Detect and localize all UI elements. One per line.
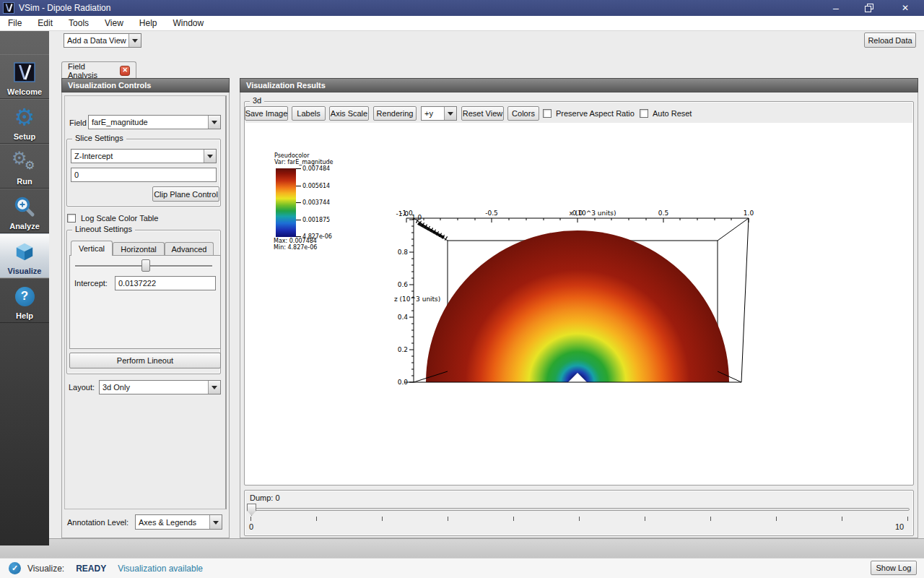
tab-label: Field Analysis xyxy=(68,62,115,79)
vsim-logo-icon xyxy=(3,2,14,14)
sidebar-label-help: Help xyxy=(16,311,33,320)
field-value: farE_magnitude xyxy=(89,116,208,129)
magnifier-icon xyxy=(14,193,35,220)
status-module: Visualize: xyxy=(27,564,64,574)
annotation-level-label: Annotation Level: xyxy=(67,518,128,527)
lineout-settings-legend: Lineout Settings xyxy=(72,225,135,233)
x-tick-label: -0.5 xyxy=(485,210,498,217)
window-title: VSim - Dipole Radiation xyxy=(19,3,110,13)
results-panel-header: Visualization Results xyxy=(240,78,918,92)
close-icon: ✕ xyxy=(902,3,909,13)
sidebar-item-help[interactable]: ? Help xyxy=(0,278,49,323)
perform-lineout-button[interactable]: Perform Lineout xyxy=(69,353,221,368)
sidebar: Welcome ⚙ Setup ⚙ ⚙ Run Analyze Visualiz… xyxy=(0,31,49,545)
tab-close-icon[interactable]: ✕ xyxy=(120,66,130,76)
chevron-down-icon xyxy=(208,116,220,129)
x-tick-label: 0.5 xyxy=(658,210,668,217)
view-direction-combo[interactable]: +y xyxy=(421,106,457,121)
tab-vertical[interactable]: Vertical xyxy=(71,241,113,256)
menu-file[interactable]: File xyxy=(0,16,30,31)
colors-button[interactable]: Colors xyxy=(507,106,539,121)
status-message: Visualization available xyxy=(118,564,203,574)
add-data-view-combo[interactable]: Add a Data View xyxy=(64,33,141,48)
field-combo[interactable]: farE_magnitude xyxy=(88,115,221,129)
dump-max-label: 10 xyxy=(895,522,904,531)
intercept-slider-handle[interactable] xyxy=(141,259,150,272)
z-tick-label: 0.4 xyxy=(398,314,409,321)
z-tick-label: 0.6 xyxy=(398,281,409,288)
slice-plane-value: Z-Intercept xyxy=(71,150,204,163)
dipole-dome-surface xyxy=(426,230,729,382)
dump-min-label: 0 xyxy=(249,522,253,531)
preserve-aspect-checkbox[interactable] xyxy=(543,109,552,118)
restore-icon xyxy=(865,4,873,12)
menu-edit[interactable]: Edit xyxy=(30,16,61,31)
reload-data-button[interactable]: Reload Data xyxy=(864,33,916,48)
add-data-view-value: Add a Data View xyxy=(64,34,128,47)
vsim-window: VSim - Dipole Radiation – ✕ File Edit To… xyxy=(0,0,924,578)
dump-slider-track[interactable] xyxy=(248,508,910,511)
save-image-button[interactable]: Save Image xyxy=(245,106,288,121)
reset-view-button[interactable]: Reset View xyxy=(461,106,504,121)
status-check-icon: ✓ xyxy=(9,562,21,574)
axis-scale-button[interactable]: Axis Scale xyxy=(329,106,369,121)
menu-view[interactable]: View xyxy=(97,16,131,31)
gear-icon: ⚙ xyxy=(14,103,35,131)
sidebar-item-visualize[interactable]: Visualize xyxy=(0,233,49,278)
menu-tools[interactable]: Tools xyxy=(61,16,97,31)
tab-horizontal[interactable]: Horizontal xyxy=(113,242,165,256)
chevron-down-icon xyxy=(204,150,216,163)
maximize-button[interactable] xyxy=(853,0,885,16)
corner-x-label: -1.0 xyxy=(396,210,409,217)
x-axis-labels: -1.0 -0.5 0.0 0.5 1.0 x (10^3 units) xyxy=(400,210,754,217)
menu-bar: File Edit Tools View Help Window xyxy=(0,16,924,31)
layout-label: Layout: xyxy=(69,383,95,392)
clip-plane-control-button[interactable]: Clip Plane Control xyxy=(152,186,219,202)
sidebar-label-analyze: Analyze xyxy=(9,222,40,230)
window-bottom-strip xyxy=(0,538,924,558)
menu-window[interactable]: Window xyxy=(165,16,212,31)
log-scale-label: Log Scale Color Table xyxy=(81,214,158,223)
sidebar-label-visualize: Visualize xyxy=(8,267,42,275)
z-tick-label: 0.2 xyxy=(398,346,408,353)
minimize-button[interactable]: – xyxy=(820,0,852,16)
menu-help[interactable]: Help xyxy=(131,16,165,31)
field-label: Field xyxy=(69,118,87,127)
sidebar-item-run[interactable]: ⚙ ⚙ Run xyxy=(0,144,49,189)
controls-panel-header: Visualization Controls xyxy=(61,78,230,92)
annotation-level-value: Axes & Legends xyxy=(136,515,209,529)
labels-button[interactable]: Labels xyxy=(292,106,326,121)
sidebar-label-welcome: Welcome xyxy=(7,87,42,96)
dump-label: Dump: 0 xyxy=(250,493,280,502)
welcome-logo-icon xyxy=(14,59,35,86)
log-scale-checkbox[interactable] xyxy=(67,214,76,223)
annotation-level-combo[interactable]: Axes & Legends xyxy=(135,514,222,530)
x-tick-label: 1.0 xyxy=(744,210,754,217)
view-3d-legend: 3d xyxy=(250,96,264,105)
sidebar-item-welcome[interactable]: Welcome xyxy=(0,54,49,99)
tab-field-analysis[interactable]: Field Analysis ✕ xyxy=(61,61,136,79)
sidebar-item-setup[interactable]: ⚙ Setup xyxy=(0,99,49,144)
sidebar-item-analyze[interactable]: Analyze xyxy=(0,189,49,233)
rendering-button[interactable]: Rendering xyxy=(373,106,417,121)
corner-z-label: 1.0 xyxy=(411,214,422,221)
close-button[interactable]: ✕ xyxy=(886,0,924,16)
show-log-button[interactable]: Show Log xyxy=(871,561,917,575)
intercept-input[interactable]: 0.0137222 xyxy=(115,276,216,290)
plot-3d-view[interactable]: -1.0 -0.5 0.0 0.5 1.0 x (10^3 units) 0.0… xyxy=(245,123,912,484)
z-tick-label: 0.0 xyxy=(398,379,409,386)
y-axis-smudge xyxy=(416,219,447,240)
layout-value: 3d Only xyxy=(100,381,208,394)
status-state: READY xyxy=(76,564,106,574)
sidebar-label-run: Run xyxy=(17,177,32,186)
status-bar: ✓ Visualize: READY Visualization availab… xyxy=(0,558,924,578)
preserve-aspect-label: Preserve Aspect Ratio xyxy=(556,109,635,118)
z-tick-label: 0.8 xyxy=(398,249,409,256)
slice-value-input[interactable]: 0 xyxy=(71,168,217,182)
layout-combo[interactable]: 3d Only xyxy=(99,380,221,394)
slice-plane-combo[interactable]: Z-Intercept xyxy=(71,149,217,163)
plot-canvas[interactable]: Pseudocolor Var: farE_magnitude 0.007484… xyxy=(245,123,912,484)
chevron-down-icon xyxy=(209,515,222,529)
auto-reset-checkbox[interactable] xyxy=(640,109,648,118)
tab-advanced[interactable]: Advanced xyxy=(165,242,214,256)
